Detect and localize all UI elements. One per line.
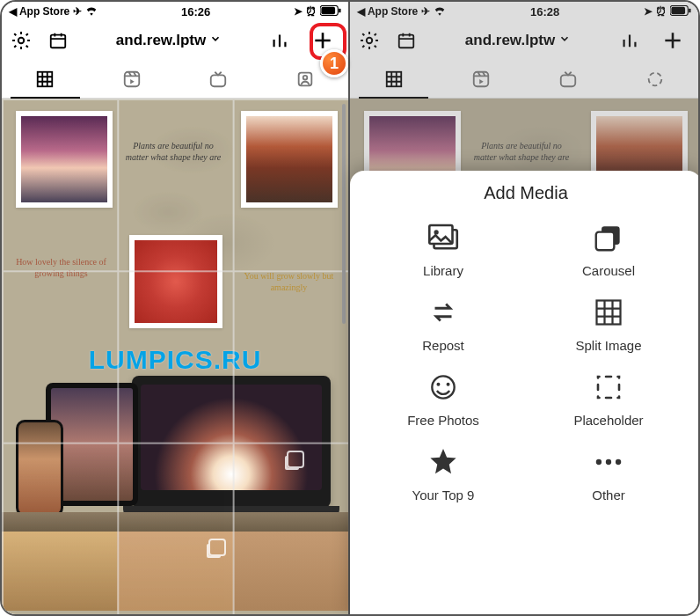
svg-rect-12 <box>689 8 690 12</box>
svg-rect-6 <box>125 71 140 86</box>
add-media-button[interactable] <box>656 24 689 57</box>
carousel-indicator-icon <box>287 451 304 468</box>
option-placeholder[interactable]: Placeholder <box>526 369 691 428</box>
airplane-mode-icon: ✈︎ <box>421 5 430 18</box>
chevron-down-icon <box>209 32 222 49</box>
free-photos-icon <box>425 369 462 406</box>
status-time: 16:28 <box>530 5 559 18</box>
svg-rect-15 <box>386 71 401 86</box>
location-icon: ➤ <box>294 5 303 18</box>
tab-grid[interactable] <box>2 60 89 98</box>
svg-rect-23 <box>596 232 615 251</box>
post-quote[interactable]: How lovely the silence of growing things <box>11 257 112 279</box>
svg-point-21 <box>434 230 439 234</box>
option-repost[interactable]: Repost <box>361 294 526 353</box>
svg-point-26 <box>436 383 440 386</box>
settings-gear-icon[interactable] <box>359 30 380 51</box>
post-thumb[interactable] <box>16 111 113 208</box>
location-icon: ➤ <box>644 5 653 18</box>
status-time: 16:26 <box>181 5 210 18</box>
tab-igtv[interactable] <box>175 60 262 98</box>
option-other[interactable]: Other <box>526 444 691 502</box>
svg-rect-5 <box>38 71 53 86</box>
svg-rect-24 <box>597 301 621 325</box>
star-icon <box>425 444 462 480</box>
svg-rect-11 <box>671 6 685 13</box>
option-label: Your Top 9 <box>412 488 475 502</box>
tab-loading[interactable] <box>611 60 698 98</box>
tab-reels[interactable] <box>437 60 524 98</box>
option-label: Free Photos <box>407 413 479 428</box>
watermark-text: LUMPICS.RU <box>2 345 348 375</box>
svg-point-29 <box>606 459 611 465</box>
carousel-indicator-icon <box>208 539 226 556</box>
tab-grid[interactable] <box>350 60 437 98</box>
option-free-photos[interactable]: Free Photos <box>361 369 526 428</box>
svg-point-30 <box>616 459 621 465</box>
back-to-appstore[interactable]: ◀︎ App Store <box>357 5 418 18</box>
svg-rect-4 <box>51 35 66 48</box>
carousel-icon <box>590 219 627 256</box>
library-icon <box>425 219 462 256</box>
post-quote[interactable]: Plants are beautiful no matter what shap… <box>120 141 226 163</box>
battery-icon <box>320 5 341 18</box>
wifi-icon <box>85 5 98 18</box>
option-label: Library <box>423 263 463 278</box>
repost-icon <box>425 294 462 331</box>
svg-point-18 <box>648 72 661 85</box>
back-to-appstore[interactable]: ◀︎ App Store <box>9 5 69 18</box>
tab-reels[interactable] <box>89 60 176 98</box>
option-your-top-9[interactable]: Your Top 9 <box>361 444 526 502</box>
post-quote[interactable]: You will grow slowly but amazingly <box>238 271 339 293</box>
alarm-icon: ⏰︎ <box>656 5 667 18</box>
username-dropdown[interactable]: and.rew.lptw <box>465 32 571 49</box>
svg-rect-14 <box>399 35 414 48</box>
post-thumb[interactable] <box>129 235 222 328</box>
svg-point-9 <box>303 75 307 79</box>
status-bar: ◀︎ App Store ✈︎ 16:26 ➤ ⏰︎ <box>2 2 348 21</box>
add-media-sheet: Add Media Library Carousel <box>350 171 700 616</box>
tab-igtv[interactable] <box>524 60 611 98</box>
option-label: Carousel <box>582 263 635 278</box>
scrollbar[interactable] <box>342 104 346 324</box>
profile-tabs <box>2 60 348 99</box>
settings-gear-icon[interactable] <box>11 30 32 51</box>
post-thumb[interactable] <box>241 111 338 208</box>
sheet-title: Add Media <box>350 183 700 203</box>
svg-point-28 <box>596 459 602 465</box>
svg-rect-7 <box>211 75 226 86</box>
phone-left: ◀︎ App Store ✈︎ 16:26 ➤ ⏰︎ <box>2 2 350 614</box>
split-image-icon <box>590 294 627 331</box>
callout-badge-1: 1 <box>320 49 348 77</box>
option-library[interactable]: Library <box>361 219 526 278</box>
option-label: Repost <box>422 338 464 353</box>
wifi-icon <box>434 5 446 18</box>
svg-point-3 <box>18 38 24 43</box>
alarm-icon: ⏰︎ <box>306 5 317 18</box>
option-label: Placeholder <box>573 413 643 428</box>
placeholder-icon <box>590 369 627 406</box>
battery-icon <box>670 5 691 18</box>
svg-point-27 <box>447 383 450 386</box>
toolbar: and.rew.lptw <box>2 21 348 60</box>
feed-grid[interactable]: Plants are beautiful no matter what shap… <box>2 99 348 614</box>
airplane-mode-icon: ✈︎ <box>73 5 82 18</box>
phone-right: ◀︎ App Store ✈︎ 16:28 ➤ ⏰︎ and.rew.lptw <box>350 2 698 614</box>
analytics-icon[interactable] <box>269 30 290 51</box>
status-bar: ◀︎ App Store ✈︎ 16:28 ➤ ⏰︎ <box>350 2 698 21</box>
option-carousel[interactable]: Carousel <box>526 219 691 278</box>
more-posts-row[interactable] <box>2 532 348 611</box>
more-icon <box>590 444 627 480</box>
calendar-icon[interactable] <box>396 30 417 51</box>
username-dropdown[interactable]: and.rew.lptw <box>116 32 222 49</box>
analytics-icon[interactable] <box>619 30 640 51</box>
svg-rect-1 <box>321 6 335 13</box>
svg-rect-2 <box>339 8 340 12</box>
option-label: Other <box>592 488 625 502</box>
option-split-image[interactable]: Split Image <box>526 294 691 353</box>
svg-point-13 <box>367 38 372 43</box>
dual-screenshot-frame: ◀︎ App Store ✈︎ 16:26 ➤ ⏰︎ <box>0 0 700 616</box>
svg-rect-16 <box>473 71 488 86</box>
calendar-icon[interactable] <box>47 30 69 51</box>
chevron-down-icon <box>558 32 571 49</box>
